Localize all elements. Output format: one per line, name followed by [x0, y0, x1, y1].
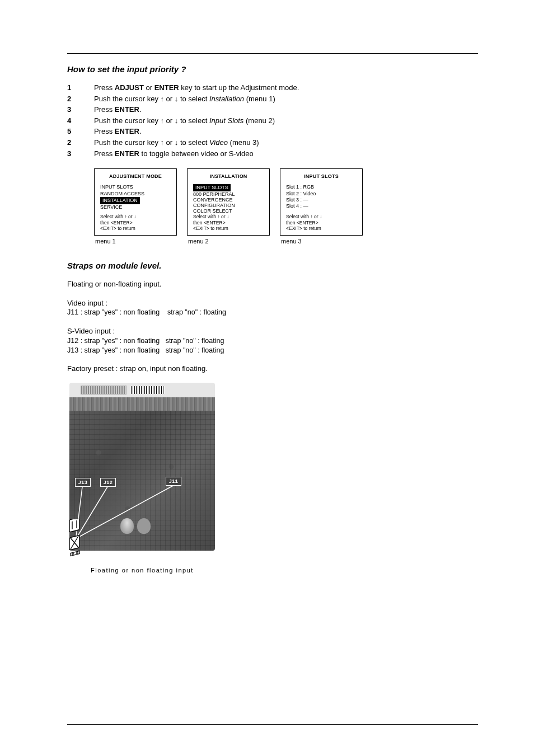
menu1-box: ADJUSTMENT MODE INPUT SLOTS RANDOM ACCES… [94, 168, 177, 236]
menu3-title: INPUT SLOTS [286, 173, 357, 180]
menu3-footer: Select with ↑ or ↓ then <ENTER> <EXIT> t… [286, 214, 357, 232]
step-number: 2 [67, 138, 94, 149]
svg-rect-3 [69, 519, 79, 532]
capacitor-icon [120, 518, 134, 534]
menu-diagrams: ADJUSTMENT MODE INPUT SLOTS RANDOM ACCES… [94, 168, 478, 246]
step-text: Press ENTER to toggle between video or S… [94, 149, 299, 160]
step-row: 3 Press ENTER. [67, 105, 299, 116]
step-text: Press ENTER. [94, 105, 299, 116]
top-rule [67, 53, 478, 54]
svideo-line1: J12 : strap "yes" : non floating strap "… [67, 336, 478, 346]
menu1-footer: Select with ↑ or ↓ then <ENTER> <EXIT> t… [100, 214, 171, 232]
bottom-rule [67, 724, 478, 725]
menu3-wrap: INPUT SLOTS Slot 1 : RGB Slot 2 : Video … [280, 168, 363, 246]
step-number: 3 [67, 149, 94, 160]
pcb-label-icon [81, 386, 127, 395]
jumper-j11-label: J11 [166, 477, 181, 486]
menu3-line: Slot 4 : — [286, 203, 357, 209]
svideo-line2: J13 : strap "yes" : non floating strap "… [67, 346, 478, 355]
menu2-line: CONFIGURATION [193, 203, 264, 208]
floating-note: Floating or non-floating input. [67, 279, 478, 289]
menu1-line: RANDOM ACCESS [100, 191, 171, 197]
step-number: 3 [67, 105, 94, 116]
step-number: 1 [67, 83, 94, 94]
pcb-body [69, 411, 215, 551]
step-number: 4 [67, 116, 94, 127]
step-row: 5 Press ENTER. [67, 126, 299, 138]
menu1-highlight: INSTALLATION [100, 197, 140, 204]
menu3-line: Slot 3 : — [286, 197, 357, 203]
svideo-input-block: S-Video input : J12 : strap "yes" : non … [67, 326, 478, 355]
menu2-line: COLOR SELECT [193, 208, 264, 214]
menu3-box: INPUT SLOTS Slot 1 : RGB Slot 2 : Video … [280, 168, 363, 236]
step-row: 2 Push the cursor key ↑ or ↓ to select V… [67, 138, 299, 149]
menu2-title: INSTALLATION [193, 173, 264, 180]
jumper-j13-label: J13 [75, 478, 91, 487]
menu1-wrap: ADJUSTMENT MODE INPUT SLOTS RANDOM ACCES… [94, 168, 177, 246]
menu2-box: INSTALLATION INPUT SLOTS 800 PERIPHERAL … [187, 168, 270, 236]
menu2-line: 800 PERIPHERAL [193, 191, 264, 197]
step-number: 5 [67, 126, 94, 138]
section-title-priority: How to set the input priority ? [67, 64, 478, 75]
step-text: Press ADJUST or ENTER key to start up th… [94, 83, 299, 94]
video-line: J11 : strap "yes" : non floating strap "… [67, 308, 478, 317]
pcb-edge-connector [69, 397, 215, 411]
step-text: Press ENTER. [94, 126, 299, 138]
svg-point-10 [77, 552, 78, 553]
barcode-icon [131, 386, 165, 394]
step-row: 4 Push the cursor key ↑ or ↓ to select I… [67, 116, 299, 127]
step-text: Push the cursor key ↑ or ↓ to select Ins… [94, 94, 299, 105]
step-row: 2 Push the cursor key ↑ or ↓ to select I… [67, 94, 299, 105]
svideo-head: S-Video input : [67, 326, 478, 336]
menu2-line: CONVERGENCE [193, 197, 264, 203]
svg-point-9 [72, 553, 74, 555]
step-text: Push the cursor key ↑ or ↓ to select Vid… [94, 138, 299, 149]
menu2-highlight: INPUT SLOTS [193, 184, 231, 191]
menu2-wrap: INSTALLATION INPUT SLOTS 800 PERIPHERAL … [187, 168, 270, 246]
menu3-label: menu 3 [280, 237, 363, 246]
video-input-block: Video input : J11 : strap "yes" : non fl… [67, 298, 478, 317]
menu2-footer: Select with ↑ or ↓ then <ENTER> <EXIT> t… [193, 214, 264, 232]
step-row: 1 Press ADJUST or ENTER key to start up … [67, 83, 299, 94]
jumper-j12-label: J12 [100, 478, 116, 487]
factory-preset: Factory preset : strap on, input non flo… [67, 364, 478, 374]
menu3-line: Slot 1 : RGB [286, 184, 357, 190]
menu1-title: ADJUSTMENT MODE [100, 173, 171, 180]
pcb-figure: J13 J12 J11 [69, 383, 215, 575]
steps-list: 1 Press ADJUST or ENTER key to start up … [67, 83, 299, 159]
menu3-line: Slot 2 : Video [286, 191, 357, 197]
pcb-caption: Floating or non floating input [69, 566, 215, 575]
section-title-straps: Straps on module level. [67, 260, 478, 271]
pcb-image: J13 J12 J11 [69, 383, 215, 551]
menu1-label: menu 1 [94, 237, 177, 246]
menu1-line: INPUT SLOTS [100, 184, 171, 190]
jumper-diagram-icon [67, 519, 87, 558]
step-row: 3 Press ENTER to toggle between video or… [67, 149, 299, 160]
step-text: Push the cursor key ↑ or ↓ to select Inp… [94, 116, 299, 127]
video-head: Video input : [67, 298, 478, 308]
menu1-line: SERVICE [100, 204, 171, 210]
menu2-label: menu 2 [187, 237, 270, 246]
step-number: 2 [67, 94, 94, 105]
